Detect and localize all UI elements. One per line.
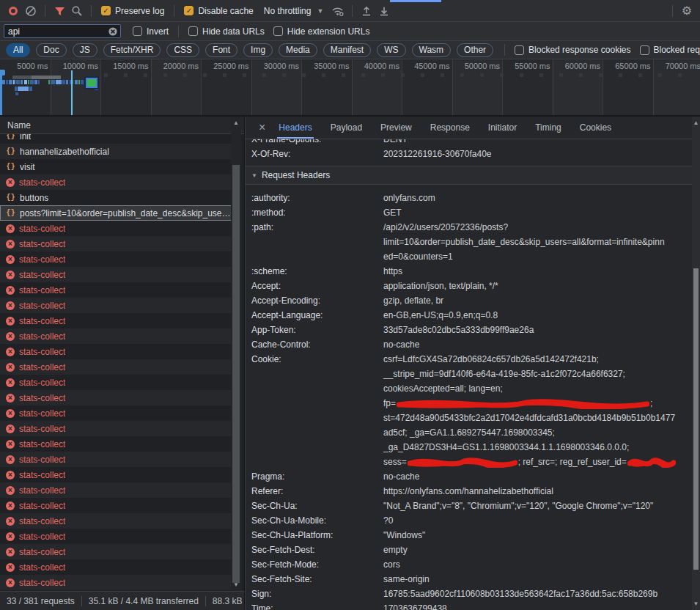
request-row[interactable]: ×stats-collect [0,251,232,267]
overview-faint-mark [342,73,345,77]
disable-cache-checkbox[interactable]: ✓ Disable cache [184,6,253,16]
scroll-up-icon[interactable]: ▲ [692,120,700,127]
clipped-header-row: X-Frame-Options: DENY [246,139,692,147]
request-row[interactable]: ×stats-collect [0,498,232,513]
clear-filter-button[interactable] [108,26,118,37]
filter-pill-manifest[interactable]: Manifest [323,43,371,57]
clear-button[interactable] [22,2,40,20]
invert-checkbox[interactable]: Invert [133,26,169,37]
search-button[interactable] [68,2,86,20]
export-har-button[interactable] [375,2,393,20]
request-row[interactable]: ×stats-collect [0,390,232,405]
filter-pill-font[interactable]: Font [205,43,237,57]
request-row[interactable]: {}hannahelizabethofficial [0,144,232,159]
request-row[interactable]: ×stats-collect [0,467,232,482]
request-row[interactable]: ×stats-collect [0,236,232,251]
settings-button[interactable]: ⚙ [678,2,696,20]
request-headers-section-toggle[interactable]: ▼ Request Headers [246,166,692,185]
request-row[interactable]: ×stats-collect [0,174,232,190]
blocked-requests-checkbox[interactable]: Blocked requests [640,45,700,55]
revision-header-row: X-Of-Rev: 202312261916-30670fa40e [246,147,692,161]
filter-pill-all[interactable]: All [6,43,30,57]
request-row[interactable]: ×stats-collect [0,544,232,559]
request-name: stats-collect [19,347,65,357]
request-row[interactable]: ×stats-collect [0,529,232,544]
waterfall-bar [34,80,37,84]
filter-toggle-button[interactable] [51,2,68,20]
scroll-down-icon[interactable]: ▼ [692,600,700,608]
throttling-select[interactable]: No throttling ▼ [264,6,324,16]
request-row[interactable]: {}posts?limit=10&order=publish_date_desc… [0,205,232,221]
request-row[interactable]: ×stats-collect [0,221,232,236]
request-row[interactable]: ×stats-collect [0,359,232,375]
request-row[interactable]: ×stats-collect [0,575,232,590]
waterfall-bar [38,80,40,84]
request-details-panel: × HeadersPayloadPreviewResponseInitiator… [245,117,692,610]
overview-tick-label: 45000 ms [414,62,449,70]
request-row[interactable]: ×stats-collect [0,282,232,298]
preserve-log-checkbox[interactable]: ✓ Preserve log [101,6,164,16]
overview-window-grip[interactable] [0,70,2,116]
scroll-up-icon[interactable]: ▲ [231,120,241,127]
filter-input[interactable]: api [4,24,121,38]
request-row[interactable]: {}visit [0,159,232,174]
request-row[interactable]: ×stats-collect [0,313,232,328]
record-button[interactable] [4,2,22,20]
filter-pill-fetch-xhr[interactable]: Fetch/XHR [103,43,161,57]
tab-timing[interactable]: Timing [534,117,563,139]
section-title: Request Headers [262,170,330,180]
filter-pill-wasm[interactable]: Wasm [412,43,452,57]
request-row[interactable]: ×stats-collect [0,452,232,467]
tab-response[interactable]: Response [429,117,471,139]
waterfall-bar [28,80,29,84]
tab-preview[interactable]: Preview [379,117,413,139]
filter-pill-js[interactable]: JS [73,43,97,57]
waterfall-bar [66,80,68,84]
request-row[interactable]: ×stats-collect [0,328,232,344]
overview-timeline[interactable]: 5000 ms10000 ms15000 ms20000 ms25000 ms3… [0,59,700,117]
request-row[interactable]: ×stats-collect [0,421,232,436]
request-row[interactable]: ×stats-collect [0,559,232,575]
request-name: stats-collect [19,301,65,311]
filter-pill-other[interactable]: Other [457,43,493,57]
header-name: Sec-Fetch-Dest: [246,543,383,557]
tab-headers[interactable]: Headers [277,117,313,139]
error-icon: × [6,471,15,479]
overview-window-grip-handle[interactable] [0,70,5,76]
tab-payload[interactable]: Payload [329,117,364,139]
header-value: no-cache [383,469,419,484]
hide-data-urls-checkbox[interactable]: Hide data URLs [188,26,265,37]
request-row[interactable]: {}buttons [0,190,232,205]
scrollbar-thumb[interactable] [232,165,240,583]
request-row[interactable]: ×stats-collect [0,405,232,421]
request-row[interactable]: ×stats-collect [0,298,232,313]
tab-cookies[interactable]: Cookies [578,117,613,139]
error-icon: × [6,501,15,510]
request-row[interactable]: ×stats-collect [0,436,232,452]
request-row[interactable]: ×stats-collect [0,267,232,282]
request-row[interactable]: ×stats-collect [0,482,232,498]
scrollbar-thumb[interactable] [693,268,699,570]
blocked-response-cookies-checkbox[interactable]: Blocked response cookies [515,45,630,55]
filter-pill-media[interactable]: Media [279,43,317,57]
scroll-down-icon[interactable]: ▼ [231,581,241,589]
tab-initiator[interactable]: Initiator [487,117,518,139]
header-name: Sec-Ch-Ua: [246,499,383,513]
filter-pill-img[interactable]: Img [243,43,273,57]
network-conditions-button[interactable] [329,2,347,20]
request-row[interactable]: ×stats-collect [0,513,232,529]
requests-count: 33 / 381 requests [0,596,81,606]
request-row[interactable]: {}init [0,134,232,144]
hide-extension-urls-checkbox[interactable]: Hide extension URLs [273,26,370,37]
close-details-button[interactable]: × [253,117,271,139]
request-row[interactable]: ×stats-collect [0,375,232,390]
request-list-scrollbar[interactable]: ▲ ▼ [231,117,241,591]
filter-pill-css[interactable]: CSS [166,43,199,57]
import-har-button[interactable] [358,2,375,20]
name-column-header[interactable]: Name [0,117,244,134]
details-scrollbar[interactable]: ▲ ▼ [692,117,700,610]
filter-pill-ws[interactable]: WS [377,43,405,57]
toolbar-divider [174,5,174,17]
request-row[interactable]: ×stats-collect [0,344,232,359]
filter-pill-doc[interactable]: Doc [36,43,66,57]
